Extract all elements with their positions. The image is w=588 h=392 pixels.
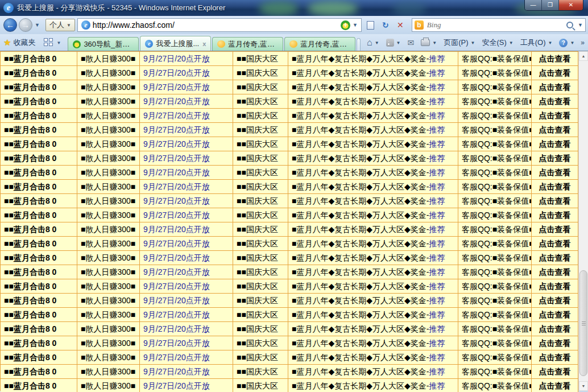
view-details-link[interactable]: 点击查看 xyxy=(532,94,578,108)
scroll-down-icon[interactable]: ▼ xyxy=(579,381,588,391)
recommend-link[interactable]: 推荐 xyxy=(429,111,445,120)
open-time-link[interactable]: 9月/27日/20点开放 xyxy=(140,336,233,350)
search-box[interactable]: b Bing ▼ xyxy=(412,18,586,32)
view-details-link[interactable]: 点击查看 xyxy=(532,251,578,265)
open-time-link[interactable]: 9月/27日/20点开放 xyxy=(140,80,233,94)
search-dropdown-icon[interactable]: ▼ xyxy=(578,22,583,28)
tab-lanyue-2[interactable]: 蓝月传奇,蓝月... xyxy=(284,37,355,51)
favorites-button[interactable]: 收藏夹 xyxy=(13,38,35,48)
history-dropdown-icon[interactable]: ▼ xyxy=(32,22,42,28)
view-details-link[interactable]: 点击查看 xyxy=(532,336,578,350)
view-details-link[interactable]: 点击查看 xyxy=(532,294,578,307)
vertical-scrollbar[interactable]: ▲ ▼ xyxy=(578,51,588,391)
view-details-link[interactable]: 点击查看 xyxy=(532,109,578,122)
recommend-link[interactable]: 推荐 xyxy=(429,82,445,92)
search-icon[interactable] xyxy=(566,22,573,28)
view-details-link[interactable]: 点击查看 xyxy=(532,237,578,250)
recommend-link[interactable]: 推荐 xyxy=(429,339,445,348)
close-button[interactable]: ✕ xyxy=(559,0,583,11)
recommend-link[interactable]: 推荐 xyxy=(429,239,445,248)
recommend-link[interactable]: 推荐 xyxy=(429,154,445,163)
view-details-link[interactable]: 点击查看 xyxy=(532,166,578,179)
open-time-link[interactable]: 9月/27日/20点开放 xyxy=(140,237,233,250)
view-details-link[interactable]: 点击查看 xyxy=(532,308,578,321)
view-details-link[interactable]: 点击查看 xyxy=(532,80,578,94)
view-details-link[interactable]: 点击查看 xyxy=(532,265,578,279)
recommend-link[interactable]: 推荐 xyxy=(429,125,445,134)
safety-menu-button[interactable]: 安全(S)▼ xyxy=(479,38,516,48)
open-time-link[interactable]: 9月/27日/20点开放 xyxy=(140,322,233,336)
tab-active-zhaosf[interactable]: e 我爱上搜服... x xyxy=(140,36,211,51)
recommend-link[interactable]: 推荐 xyxy=(429,196,445,205)
new-tab-button[interactable] xyxy=(357,38,361,51)
open-time-link[interactable]: 9月/27日/20点开放 xyxy=(140,94,233,108)
360-safeguard-icon[interactable]: + xyxy=(341,20,350,30)
open-time-link[interactable]: 9月/27日/20点开放 xyxy=(140,265,233,279)
favorites-star-icon[interactable]: ★ xyxy=(3,38,11,48)
minimize-button[interactable]: — xyxy=(525,0,542,11)
recommend-link[interactable]: 推荐 xyxy=(429,168,445,177)
open-time-link[interactable]: 9月/27日/20点开放 xyxy=(140,109,233,122)
quick-tabs-icon[interactable] xyxy=(43,38,55,48)
tab-360-nav[interactable]: 360导航_新一... xyxy=(68,37,139,51)
recommend-link[interactable]: 推荐 xyxy=(429,296,445,305)
open-time-link[interactable]: 9月/27日/20点开放 xyxy=(140,208,233,222)
back-button[interactable]: ← xyxy=(3,18,17,32)
read-mail-button[interactable]: ✉ xyxy=(405,38,417,47)
recommend-link[interactable]: 推荐 xyxy=(429,310,445,319)
recommend-link[interactable]: 推荐 xyxy=(429,253,445,262)
view-details-link[interactable]: 点击查看 xyxy=(532,194,578,208)
toolbar-overflow-icon[interactable]: » xyxy=(578,39,587,47)
recommend-link[interactable]: 推荐 xyxy=(429,367,445,376)
open-time-link[interactable]: 9月/27日/20点开放 xyxy=(140,251,233,265)
open-time-link[interactable]: 9月/27日/20点开放 xyxy=(140,166,233,179)
open-time-link[interactable]: 9月/27日/20点开放 xyxy=(140,180,233,193)
scroll-up-icon[interactable]: ▲ xyxy=(579,51,588,61)
feeds-button[interactable]: ▼ xyxy=(383,39,404,47)
recommend-link[interactable]: 推荐 xyxy=(429,54,445,63)
view-details-link[interactable]: 点击查看 xyxy=(532,350,578,364)
address-bar[interactable]: e http://www.zhaosf.com/ + ▼ xyxy=(77,18,362,32)
recommend-link[interactable]: 推荐 xyxy=(429,353,445,362)
forward-button[interactable]: → xyxy=(19,18,32,32)
close-tab-icon[interactable]: x xyxy=(202,40,206,47)
open-time-link[interactable]: 9月/27日/20点开放 xyxy=(140,137,233,151)
view-details-link[interactable]: 点击查看 xyxy=(532,66,578,80)
recommend-link[interactable]: 推荐 xyxy=(429,324,445,333)
view-details-link[interactable]: 点击查看 xyxy=(532,379,578,392)
open-time-link[interactable]: 9月/27日/20点开放 xyxy=(140,350,233,364)
open-time-link[interactable]: 9月/27日/20点开放 xyxy=(140,222,233,236)
address-dropdown-icon[interactable]: ▼ xyxy=(350,22,360,28)
zone-dropdown-button[interactable]: 个人 ▼ xyxy=(45,19,75,31)
page-menu-button[interactable]: 页面(P)▼ xyxy=(441,38,478,48)
home-button[interactable]: ⌂▼ xyxy=(364,38,382,48)
view-details-link[interactable]: 点击查看 xyxy=(532,222,578,236)
tab-lanyue-1[interactable]: 蓝月传奇,蓝月... xyxy=(212,37,283,51)
recommend-link[interactable]: 推荐 xyxy=(429,381,445,390)
maximize-button[interactable]: ❐ xyxy=(542,0,559,11)
recommend-link[interactable]: 推荐 xyxy=(429,282,445,291)
open-time-link[interactable]: 9月/27日/20点开放 xyxy=(140,151,233,165)
view-details-link[interactable]: 点击查看 xyxy=(532,52,578,65)
scrollbar-thumb[interactable] xyxy=(579,270,587,376)
open-time-link[interactable]: 9月/27日/20点开放 xyxy=(140,379,233,392)
recommend-link[interactable]: 推荐 xyxy=(429,182,445,191)
open-time-link[interactable]: 9月/27日/20点开放 xyxy=(140,194,233,208)
open-time-link[interactable]: 9月/27日/20点开放 xyxy=(140,66,233,80)
view-details-link[interactable]: 点击查看 xyxy=(532,365,578,378)
open-time-link[interactable]: 9月/27日/20点开放 xyxy=(140,123,233,137)
compatibility-view-button[interactable] xyxy=(364,18,378,32)
view-details-link[interactable]: 点击查看 xyxy=(532,208,578,222)
open-time-link[interactable]: 9月/27日/20点开放 xyxy=(140,308,233,321)
open-time-link[interactable]: 9月/27日/20点开放 xyxy=(140,365,233,378)
view-details-link[interactable]: 点击查看 xyxy=(532,151,578,165)
print-button[interactable]: ▼ xyxy=(418,39,440,46)
recommend-link[interactable]: 推荐 xyxy=(429,225,445,234)
help-button[interactable]: ?▼ xyxy=(556,39,577,47)
view-details-link[interactable]: 点击查看 xyxy=(532,123,578,137)
tab-list-dropdown-icon[interactable]: ▼ xyxy=(56,40,61,46)
open-time-link[interactable]: 9月/27日/20点开放 xyxy=(140,279,233,293)
search-input[interactable]: Bing xyxy=(427,20,566,30)
recommend-link[interactable]: 推荐 xyxy=(429,68,445,77)
recommend-link[interactable]: 推荐 xyxy=(429,211,445,220)
